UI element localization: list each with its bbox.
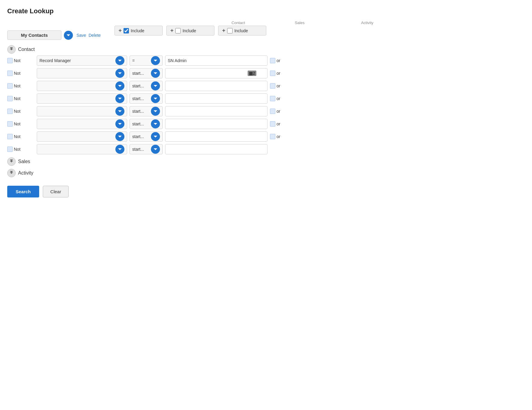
or-cell-5: or [270, 109, 288, 114]
field-chevron-3[interactable] [115, 81, 124, 90]
not-label-5: Not [14, 109, 20, 114]
top-bar: My Contacts Save Delete Contact Sales Ac… [7, 20, 525, 40]
contact-section-label: Contact [18, 47, 35, 52]
activity-section-toggle[interactable] [7, 169, 16, 177]
or-label-1: or [277, 58, 280, 63]
not-label-7: Not [14, 134, 20, 139]
operator-select-1[interactable]: = [130, 55, 163, 66]
not-label-3: Not [14, 84, 20, 88]
or-checkbox-4[interactable] [270, 96, 275, 101]
sales-section-toggle[interactable] [7, 157, 16, 166]
operator-chevron-6[interactable] [151, 119, 160, 128]
operator-select-7[interactable]: start... [130, 131, 163, 142]
value-field-1[interactable]: SN Admin [165, 55, 268, 66]
or-cell-7: or [270, 134, 288, 139]
or-checkbox-6[interactable] [270, 121, 275, 127]
field-chevron-2[interactable] [115, 69, 124, 78]
operator-select-3[interactable]: start... [130, 81, 163, 91]
operator-select-2[interactable]: start... [130, 68, 163, 78]
operator-select-4[interactable]: start... [130, 93, 163, 104]
value-field-6[interactable] [165, 119, 268, 129]
lookup-name-button[interactable]: My Contacts [7, 30, 61, 40]
not-checkbox-8[interactable] [7, 147, 13, 152]
filter-row-8: Notstart... [7, 144, 525, 154]
field-chevron-1[interactable] [115, 56, 124, 65]
operator-chevron-1[interactable] [151, 56, 160, 65]
or-checkbox-1[interactable] [270, 58, 275, 63]
field-chevron-7[interactable] [115, 132, 124, 141]
activity-include-button[interactable]: + Include [218, 26, 266, 36]
field-select-1[interactable]: Record Manager [37, 55, 127, 66]
not-checkbox-6[interactable] [7, 121, 13, 127]
operator-chevron-3[interactable] [151, 81, 160, 90]
field-chevron-5[interactable] [115, 107, 124, 116]
filter-row-5: Notstart...or [7, 106, 525, 116]
contact-include-button[interactable]: + Include [114, 26, 163, 36]
value-field-2[interactable]: ▦2 [165, 68, 268, 78]
operator-chevron-2[interactable] [151, 69, 160, 78]
filter-row-2: Notstart...▦2or [7, 68, 525, 78]
operator-chevron-4[interactable] [151, 94, 160, 103]
sales-section-header: Sales [7, 157, 525, 166]
field-select-2[interactable] [37, 68, 127, 78]
operator-select-6[interactable]: start... [130, 119, 163, 129]
field-select-5[interactable] [37, 106, 127, 116]
activity-include-checkbox[interactable] [227, 28, 233, 33]
not-checkbox-1[interactable] [7, 58, 13, 63]
sales-include-checkbox[interactable] [175, 28, 181, 33]
or-checkbox-7[interactable] [270, 134, 275, 139]
clear-button[interactable]: Clear [43, 186, 69, 197]
include-buttons-row: + Include + Include + Include [114, 26, 419, 36]
or-label-6: or [277, 121, 280, 126]
not-checkbox-4[interactable] [7, 96, 13, 101]
not-label-1: Not [14, 58, 20, 63]
value-field-5[interactable] [165, 106, 268, 116]
operator-chevron-7[interactable] [151, 132, 160, 141]
contact-section-toggle[interactable] [7, 45, 16, 54]
operator-chevron-8[interactable] [151, 145, 160, 154]
or-label-4: or [277, 96, 280, 101]
operator-chevron-5[interactable] [151, 107, 160, 116]
not-checkbox-2[interactable] [7, 71, 13, 76]
or-label-5: or [277, 109, 280, 114]
or-checkbox-2[interactable] [270, 71, 275, 76]
operator-select-8[interactable]: start... [130, 144, 163, 154]
or-cell-3: or [270, 83, 288, 89]
field-select-4[interactable] [37, 93, 127, 104]
activity-section-label: Activity [18, 170, 33, 176]
field-chevron-4[interactable] [115, 94, 124, 103]
field-select-7[interactable] [37, 131, 127, 142]
field-select-6[interactable] [37, 119, 127, 129]
or-checkbox-5[interactable] [270, 109, 275, 114]
not-checkbox-5[interactable] [7, 109, 13, 114]
not-checkbox-7[interactable] [7, 134, 13, 139]
page-title: Create Lookup [7, 7, 525, 15]
or-checkbox-3[interactable] [270, 83, 275, 89]
value-field-7[interactable] [165, 131, 268, 142]
or-cell-1: or [270, 58, 288, 63]
value-field-3[interactable] [165, 81, 268, 91]
or-cell-4: or [270, 96, 288, 101]
save-link[interactable]: Save [77, 33, 86, 38]
or-cell-6: or [270, 121, 288, 127]
operator-select-5[interactable]: start... [130, 106, 163, 116]
lookup-dropdown-button[interactable] [64, 31, 73, 40]
include-section: Contact Sales Activity + Include + Inclu… [114, 20, 419, 40]
contact-plus-icon: + [118, 27, 122, 34]
save-delete-links: Save Delete [77, 33, 101, 38]
contact-include-checkbox[interactable] [124, 28, 129, 33]
sales-include-button[interactable]: + Include [166, 26, 214, 36]
filter-row-6: Notstart...or [7, 119, 525, 129]
value-field-4[interactable] [165, 93, 268, 104]
field-select-3[interactable] [37, 81, 127, 91]
delete-link[interactable]: Delete [89, 33, 101, 38]
field-select-8[interactable] [37, 144, 127, 154]
field-chevron-6[interactable] [115, 119, 124, 128]
not-checkbox-3[interactable] [7, 83, 13, 89]
field-chevron-8[interactable] [115, 145, 124, 154]
value-field-8[interactable] [165, 144, 268, 154]
or-label-7: or [277, 134, 280, 139]
filter-row-1: NotRecord Manager=SN Adminor [7, 55, 525, 66]
filter-row-4: Notstart...or [7, 93, 525, 104]
search-button[interactable]: Search [7, 186, 39, 197]
